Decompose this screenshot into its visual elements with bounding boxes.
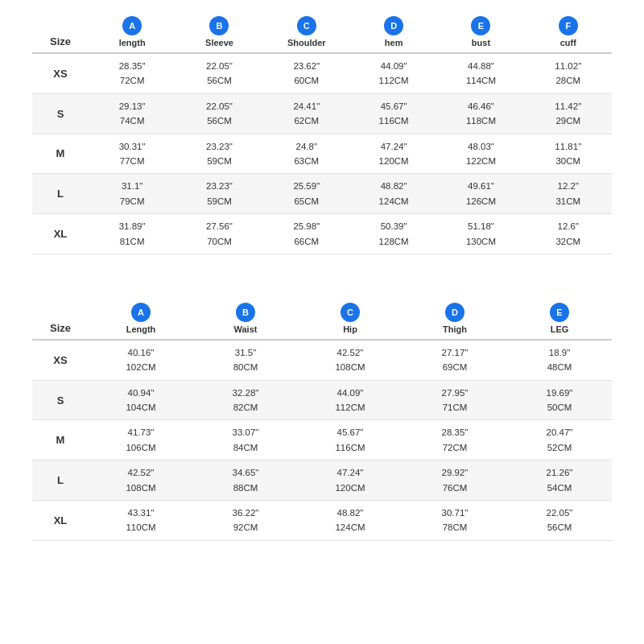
cell-inches: 51.18" [468, 219, 494, 233]
cell-cm: 102CM [126, 360, 155, 374]
cell-cm: 130CM [466, 234, 496, 249]
row-cell-3: 47.24"120CM [350, 139, 437, 169]
cell-cm: 116CM [379, 114, 409, 128]
cell-inches: 30.31" [119, 139, 146, 154]
cell-inches: 45.67" [381, 99, 407, 114]
cell-inches: 30.71" [442, 506, 469, 520]
row-size-label: XS [32, 354, 89, 366]
cell-inches: 48.03" [468, 139, 494, 154]
cell-cm: 118CM [466, 114, 496, 128]
table1-header: Size AlengthBSleeveCShoulderDhemEbustFcu… [32, 16, 612, 54]
row-cell-4: 22.05"56CM [507, 506, 612, 535]
cell-cm: 50CM [547, 400, 572, 415]
row-cell-1: 23.23"59CM [175, 139, 262, 169]
col-badge-B: B [236, 303, 255, 322]
col-header-B: BSleeve [175, 16, 262, 47]
col-header-D: Dhem [350, 16, 437, 47]
cell-inches: 42.52" [337, 345, 364, 360]
row-cell-5: 12.2"31CM [525, 179, 612, 208]
row-size-label: XS [32, 68, 89, 80]
cell-inches: 24.8" [296, 139, 317, 154]
col-badge-D: D [445, 303, 464, 322]
cell-cm: 56CM [547, 520, 572, 535]
row-cell-1: 23.23"59CM [175, 179, 262, 208]
col-label-E: bust [472, 38, 490, 47]
row-cell-4: 48.03"122CM [437, 139, 524, 169]
col-badge-C: C [297, 16, 316, 35]
row-cell-4: 44.88"114CM [437, 59, 524, 89]
cell-inches: 45.67" [337, 425, 364, 440]
cell-inches: 25.98" [293, 219, 320, 233]
cell-cm: 59CM [207, 194, 232, 208]
row-cell-1: 27.56"70CM [175, 219, 262, 249]
cell-cm: 88CM [233, 481, 258, 495]
cell-cm: 74CM [120, 114, 145, 128]
cell-inches: 32.28" [233, 386, 259, 400]
row-cell-1: 32.28"82CM [193, 386, 298, 415]
cell-cm: 124CM [379, 194, 409, 208]
table-row: XS40.16"102CM31.5"80CM42.52"108CM27.17"6… [32, 341, 612, 381]
row-size-label: M [32, 434, 89, 446]
col-badge-E: E [550, 303, 569, 322]
row-size-label: XL [32, 228, 89, 240]
row-cell-2: 23.62"60CM [263, 59, 350, 89]
cell-cm: 106CM [126, 440, 155, 455]
cell-inches: 12.6" [558, 219, 579, 233]
cell-cm: 80CM [233, 360, 258, 374]
row-cell-3: 29.92"76CM [402, 465, 507, 495]
col-label-B: Waist [234, 324, 258, 334]
row-cell-4: 51.18"130CM [437, 219, 524, 249]
cell-inches: 33.07" [233, 425, 259, 440]
cell-inches: 31.1" [122, 179, 142, 193]
cell-cm: 76CM [443, 481, 468, 495]
cell-cm: 60CM [294, 73, 319, 88]
row-cell-2: 25.59"65CM [263, 179, 350, 208]
cell-cm: 54CM [547, 481, 572, 495]
cell-cm: 32CM [555, 234, 580, 249]
cell-cm: 120CM [335, 481, 365, 495]
row-cell-2: 24.8"63CM [263, 139, 350, 169]
row-cell-4: 49.61"126CM [437, 179, 524, 208]
col-label-E: LEG [551, 324, 569, 334]
cell-cm: 112CM [379, 73, 409, 88]
col-header-B: BWaist [193, 303, 298, 334]
cell-cm: 56CM [207, 73, 232, 88]
col-header-E: ELEG [507, 303, 612, 334]
cell-cm: 110CM [126, 520, 155, 535]
cell-cm: 124CM [335, 520, 365, 535]
col-badge-B: B [209, 16, 229, 35]
row-cell-1: 31.5"80CM [193, 345, 298, 375]
col-label-A: Length [126, 324, 156, 334]
row-cell-5: 11.81"30CM [525, 139, 612, 169]
row-cell-1: 34.65"88CM [193, 465, 298, 495]
cell-cm: 116CM [335, 440, 365, 455]
table-row: XS28.35"72CM22.05"56CM23.62"60CM44.09"11… [32, 54, 612, 94]
cell-inches: 31.5" [235, 345, 256, 360]
cell-inches: 31.89" [119, 219, 146, 233]
row-cell-2: 24.41"62CM [263, 99, 350, 129]
size-chart-top: Size AlengthBSleeveCShoulderDhemEbustFcu… [32, 16, 612, 254]
cell-inches: 23.23" [206, 139, 233, 154]
cell-cm: 66CM [294, 234, 319, 249]
cell-inches: 47.24" [381, 139, 407, 154]
col-label-D: Thigh [443, 324, 467, 334]
cell-inches: 27.17" [442, 345, 469, 360]
cell-cm: 77CM [120, 154, 145, 168]
cell-cm: 108CM [126, 481, 155, 495]
cell-inches: 34.65" [233, 465, 259, 480]
col-badge-F: F [559, 16, 578, 35]
cell-cm: 28CM [555, 73, 580, 88]
cell-inches: 28.35" [119, 59, 146, 73]
row-cell-0: 30.31"77CM [89, 139, 175, 169]
row-cell-2: 42.52"108CM [298, 345, 402, 375]
cell-cm: 31CM [555, 194, 580, 208]
cell-inches: 29.13" [119, 99, 146, 114]
cell-cm: 48CM [547, 360, 572, 374]
cell-inches: 40.94" [128, 386, 155, 400]
row-cell-1: 33.07"84CM [193, 425, 298, 455]
cell-inches: 29.92" [442, 465, 469, 480]
row-cell-3: 27.95"71CM [402, 386, 507, 415]
row-cell-3: 44.09"112CM [350, 59, 437, 89]
row-cell-0: 43.31"110CM [89, 506, 193, 535]
cell-inches: 27.95" [442, 386, 469, 400]
